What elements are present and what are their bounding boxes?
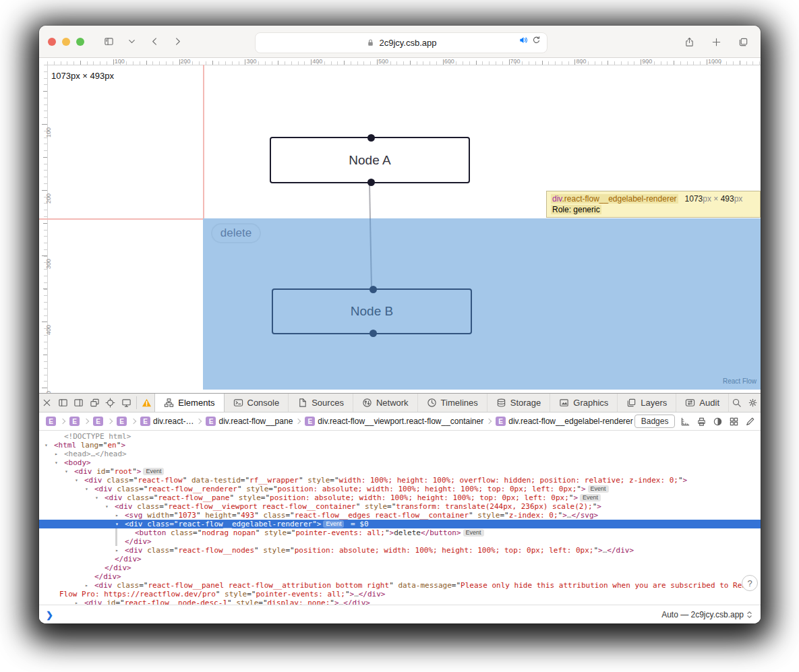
minimize-window-button[interactable] [62,38,70,46]
disclosure-triangle-icon[interactable]: ▾ [85,485,88,493]
chevron-down-icon[interactable] [122,33,141,51]
print-styles-icon[interactable] [697,417,707,427]
console-icon [233,398,243,408]
ruler-tick [377,59,378,65]
ruler-tick [42,255,47,256]
dom-tree-node[interactable]: ▾<div class="react-flow__viewport react-… [39,502,761,511]
event-badge[interactable]: Event [588,485,609,493]
help-button[interactable]: ? [742,575,758,591]
disclosure-triangle-icon[interactable]: ▾ [95,493,98,502]
dom-tree-node[interactable]: ▾<div id="root">Event [39,467,761,476]
execution-context-picker[interactable]: Auto — 2c9jcy.csb.app [661,610,752,619]
dom-tree-node[interactable]: </div> [39,572,761,581]
share-icon[interactable] [680,33,699,51]
tab-storage[interactable]: Storage [487,394,551,412]
disclosure-triangle-icon[interactable]: ▾ [115,520,119,528]
dom-tree-node[interactable]: <!DOCTYPE html> [39,432,761,441]
dom-tree-node[interactable]: ▾<div class="react-flow__pane" style="po… [39,493,761,502]
forward-icon[interactable] [168,33,187,51]
disclosure-triangle-icon[interactable]: ▾ [45,441,48,450]
breadcrumb-item[interactable]: Ediv.react-flow__edgelabel-renderer [493,417,634,426]
syntax-token: " [237,485,246,493]
breadcrumb-item[interactable]: E [67,417,82,426]
new-tab-icon[interactable] [707,33,726,51]
tab-elements[interactable]: Elements [154,394,224,412]
dom-tree-node[interactable]: </div> [39,537,761,546]
breadcrumb-item[interactable]: E [43,417,59,426]
event-badge[interactable]: Event [323,520,344,528]
back-icon[interactable] [145,33,164,51]
disclosure-triangle-icon[interactable]: ▸ [55,450,58,458]
dock-left-icon[interactable] [55,394,70,412]
dom-tree-node[interactable]: </div> [39,563,761,572]
event-badge[interactable]: Event [143,468,164,475]
dom-tree-node[interactable]: ▸<div class="react-flow__panel react-flo… [39,581,761,590]
disclosure-triangle-icon[interactable]: ▾ [75,476,78,485]
syntax-token: width [147,511,169,520]
tab-layers[interactable]: Layers [618,394,676,412]
dom-tree-node[interactable]: ▸<svg width="1073" height="493" class="r… [39,511,761,520]
responsive-mode-icon[interactable] [118,394,134,412]
grid-overlay-icon[interactable] [729,417,739,427]
breadcrumb-item[interactable]: Ediv.react-flow__viewport.react-flow__co… [302,417,485,426]
disclosure-triangle-icon[interactable]: ▾ [55,458,58,467]
gear-icon[interactable] [744,394,760,412]
tab-network[interactable]: Network [353,394,418,412]
reload-icon[interactable] [531,35,541,45]
breadcrumb-item[interactable]: E [90,417,106,426]
zoom-window-button[interactable] [76,38,84,46]
search-icon[interactable] [729,394,744,412]
disclosure-triangle-icon[interactable]: ▸ [115,511,119,520]
dom-tree-node[interactable]: </div> [39,555,761,563]
dom-tree-node[interactable]: Flow Pro: https://reactflow.dev/pro" sty… [39,590,761,599]
tab-sources[interactable]: Sources [289,394,353,412]
badges-button[interactable]: Badges [634,415,676,428]
ruler-tick [113,59,114,65]
appearance-icon[interactable] [713,417,723,427]
tab-label: Storage [510,398,541,408]
breadcrumb-item[interactable]: Ediv.react-flow__pane [203,417,294,426]
ruler-label: 400 [312,58,322,65]
dom-tree-node[interactable]: ▸<head>…</head> [39,450,761,458]
dom-tree-node[interactable]: ▸<div id="react-flow__node-desc-1" style… [39,599,761,605]
dom-tree-node[interactable]: ▾<div class="react-flow__edgelabel-rende… [39,520,761,528]
dock-right-icon[interactable] [71,394,86,412]
tab-timelines[interactable]: Timelines [418,394,487,412]
node-a-source-handle[interactable] [367,179,375,186]
event-badge[interactable]: Event [580,494,601,501]
dom-tree-node[interactable]: ▾<body> [39,458,761,467]
dom-tree-node[interactable]: ▾<div class="react-flow__renderer" style… [39,485,761,493]
disclosure-triangle-icon[interactable]: ▸ [115,546,119,555]
tab-audit[interactable]: Audit [676,394,729,412]
console-prompt-icon[interactable]: ❯ [46,610,53,620]
flow-node-a[interactable]: Node A [270,137,470,183]
inspect-element-icon[interactable] [102,394,118,412]
undock-icon[interactable] [86,394,102,412]
show-tabs-icon[interactable] [734,33,752,51]
tab-graphics[interactable]: Graphics [550,394,618,412]
breadcrumb-item[interactable]: Ediv.react-… [138,417,195,426]
ruler-icon[interactable] [680,417,690,427]
disclosure-triangle-icon[interactable]: ▸ [85,581,88,590]
paint-flashing-icon[interactable] [745,417,755,427]
breadcrumb-item[interactable]: E [114,417,129,426]
disclosure-triangle-icon[interactable]: ▸ [75,599,78,605]
syntax-token: =" [105,467,114,476]
tab-console[interactable]: Console [225,394,289,412]
disclosure-triangle-icon[interactable]: ▾ [105,502,109,511]
audio-playing-icon[interactable] [519,35,529,45]
disclosure-triangle-icon[interactable]: ▾ [65,467,68,476]
dom-tree-node[interactable]: ▾<html lang="en"> [39,441,761,450]
sidebar-icon[interactable] [99,33,118,51]
updown-chevron-icon [746,611,752,619]
close-window-button[interactable] [48,38,56,46]
dom-tree-node[interactable]: ▸<div class="react-flow__nodes" style="p… [39,546,761,555]
issues-warning-icon[interactable] [139,394,154,412]
address-bar[interactable]: 2c9jcy.csb.app [255,32,548,53]
event-badge[interactable]: Event [463,529,484,537]
syntax-token: =" [261,493,270,502]
dom-tree-node[interactable]: ▾<div class="react-flow" data-testid="rf… [39,476,761,485]
node-a-target-handle[interactable] [367,134,375,142]
dom-tree-node[interactable]: <button class="nodrag nopan" style="poin… [39,528,761,537]
close-icon[interactable] [39,394,55,412]
